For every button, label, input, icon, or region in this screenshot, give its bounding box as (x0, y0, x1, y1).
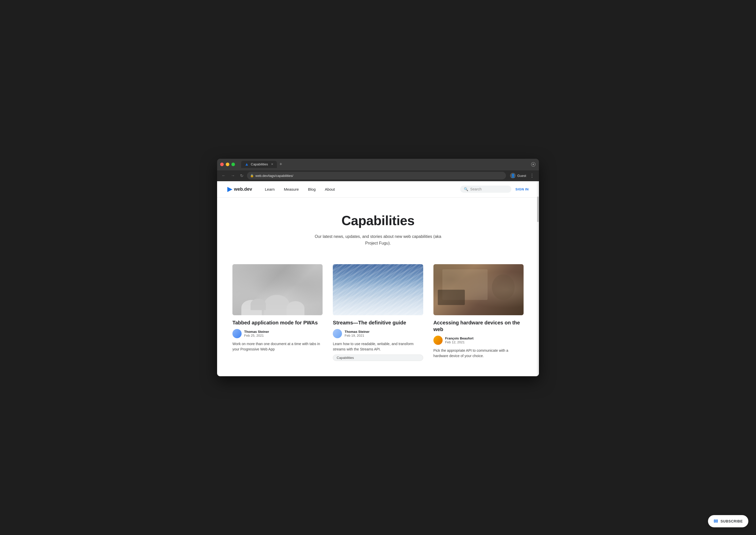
author-name-1: Thomas Steiner (244, 330, 269, 334)
article-tag-2[interactable]: Capabilities (333, 354, 423, 361)
svg-marker-0 (246, 163, 248, 166)
profile-label: Guest (517, 174, 526, 178)
article-card-2: Streams—The definitive guide Thomas Stei… (333, 264, 423, 361)
article-excerpt-3: Pick the appropriate API to communicate … (433, 348, 524, 359)
nav-measure[interactable]: Measure (279, 181, 303, 197)
scrollbar-thumb (537, 197, 538, 222)
article-excerpt-1: Work on more than one document at a time… (232, 341, 323, 352)
article-image-1[interactable] (232, 264, 323, 315)
lock-icon: 🔒 (250, 174, 254, 177)
url-text: web.dev/tags/capabilities/ (255, 174, 293, 178)
nav-blog[interactable]: Blog (304, 181, 320, 197)
author-avatar-1 (232, 329, 242, 338)
tab-title: Capabilities (251, 162, 268, 166)
refresh-button[interactable]: ↻ (239, 172, 245, 179)
hero-description: Our latest news, updates, and stories ab… (312, 233, 444, 246)
article-card-3: Accessing hardware devices on the web Fr… (433, 264, 524, 361)
new-tab-button[interactable]: + (278, 161, 284, 167)
active-tab[interactable]: Capabilities ✕ (241, 161, 277, 168)
article-author-2: Thomas Steiner Feb 19, 2021 (333, 329, 423, 338)
logo-text: web.dev (234, 186, 252, 192)
hero-section: Capabilities Our latest news, updates, a… (217, 198, 539, 259)
maximize-button[interactable] (231, 163, 235, 166)
search-box[interactable]: 🔍 Search (460, 185, 511, 193)
sign-in-button[interactable]: SIGN IN (515, 187, 529, 191)
author-date-1: Feb 25, 2021 (244, 334, 269, 337)
article-card-1: Tabbed application mode for PWAs Thomas … (232, 264, 323, 361)
subscribe-icon: ✉ (713, 518, 718, 524)
author-info-2: Thomas Steiner Feb 19, 2021 (344, 330, 369, 337)
subscribe-button[interactable]: ✉ SUBSCRIBE (708, 515, 748, 527)
profile-icon: 👤 (510, 173, 516, 179)
author-info-3: François Beaufort Feb 12, 2021 (445, 336, 474, 344)
svg-point-2 (533, 164, 534, 165)
author-name-2: Thomas Steiner (344, 330, 369, 334)
article-title-2[interactable]: Streams—The definitive guide (333, 319, 423, 326)
article-title-1[interactable]: Tabbed application mode for PWAs (232, 319, 323, 326)
url-input[interactable]: 🔒 web.dev/tags/capabilities/ (247, 172, 506, 180)
tab-favicon (245, 162, 249, 166)
page-content: ▶ web.dev Learn Measure Blog About 🔍 Sea… (217, 181, 539, 376)
site-logo[interactable]: ▶ web.dev (227, 185, 252, 193)
search-icon: 🔍 (464, 187, 468, 191)
nav-learn[interactable]: Learn (260, 181, 279, 197)
tab-close-icon[interactable]: ✕ (271, 163, 273, 166)
article-image-3[interactable] (433, 264, 524, 315)
article-image-2[interactable] (333, 264, 423, 315)
profile-button[interactable]: 👤 Guest (510, 173, 526, 179)
tab-bar: Capabilities ✕ + (241, 161, 529, 168)
search-placeholder: Search (470, 187, 481, 191)
traffic-lights (220, 163, 235, 166)
article-author-3: François Beaufort Feb 12, 2021 (433, 336, 524, 345)
url-bar: ← → ↻ 🔒 web.dev/tags/capabilities/ 👤 Gue… (217, 170, 539, 181)
nav-right: 🔍 Search SIGN IN (460, 185, 529, 193)
hero-title: Capabilities (227, 213, 529, 228)
close-button[interactable] (220, 163, 224, 166)
author-date-3: Feb 12, 2021 (445, 340, 474, 344)
site-nav: ▶ web.dev Learn Measure Blog About 🔍 Sea… (217, 181, 539, 198)
forward-button[interactable]: → (229, 172, 237, 179)
articles-grid: Tabbed application mode for PWAs Thomas … (217, 259, 539, 376)
nav-about[interactable]: About (320, 181, 339, 197)
author-avatar-3 (433, 336, 443, 345)
author-date-2: Feb 19, 2021 (344, 334, 369, 337)
more-options-button[interactable]: ⋮ (528, 172, 536, 180)
extensions-icon (531, 162, 536, 167)
logo-icon: ▶ (227, 185, 232, 193)
author-info-1: Thomas Steiner Feb 25, 2021 (244, 330, 269, 337)
minimize-button[interactable] (226, 163, 229, 166)
article-author-1: Thomas Steiner Feb 25, 2021 (232, 329, 323, 338)
author-name-3: François Beaufort (445, 336, 474, 340)
title-bar: Capabilities ✕ + (217, 159, 539, 170)
nav-links: Learn Measure Blog About (260, 181, 339, 197)
article-excerpt-2: Learn how to use readable, writable, and… (333, 341, 423, 352)
subscribe-label: SUBSCRIBE (720, 519, 743, 523)
back-button[interactable]: ← (220, 172, 227, 179)
title-bar-right (531, 162, 536, 167)
scrollbar[interactable] (537, 181, 539, 376)
article-title-3[interactable]: Accessing hardware devices on the web (433, 319, 524, 333)
author-avatar-2 (333, 329, 342, 338)
